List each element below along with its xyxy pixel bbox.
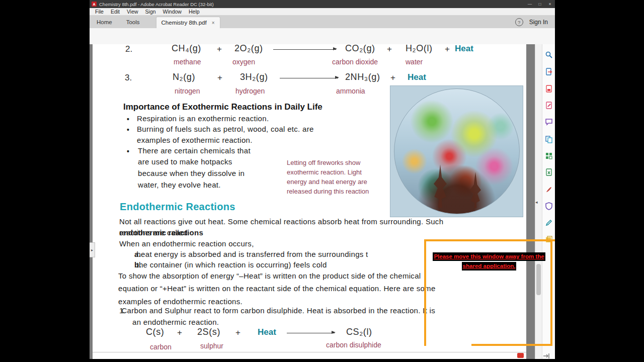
substance-label: methane [174,58,201,66]
plus-sign: + [217,44,222,54]
menu-window[interactable]: Window [159,8,185,15]
organize-pages-button[interactable] [544,151,553,160]
substance-label: ammonia [336,87,365,95]
document-viewport[interactable]: 2. CH₄(g) + 2O₂(g) CO₂(g) + H₂O(l) + Hea… [90,44,535,359]
firework-silhouette [434,164,447,208]
find-tool-button[interactable] [544,50,553,59]
measure-button[interactable] [544,218,553,227]
plus-sign: + [390,73,395,83]
bullet-text: are used to make hotpacks [138,157,232,166]
formula: C(s) [146,327,164,337]
share-warning-message: Please move this window away from the sh… [425,251,553,270]
heat-term: Heat [455,44,473,54]
fireworks-figure [390,85,523,217]
paragraph-line: To show the absorption of energy “–Heat”… [118,272,421,280]
acrobat-window: A Chemistry 8th.pdf - Adobe Acrobat Read… [90,0,555,359]
main-toolbar: ☆ ↑ ↓ 7 / 9 [90,28,555,45]
list-item-b: b. the container (in which reaction is o… [134,260,136,269]
comment-tool-button[interactable] [544,118,553,127]
adobe-reader-icon: A [92,2,97,7]
substance-label: carbon disulphide [326,341,381,349]
fill-sign-icon [545,186,553,194]
formula: 2O₂(g) [234,44,263,54]
collapse-panel-icon[interactable] [543,352,550,359]
protect-button[interactable] [544,202,553,211]
title-bar: A Chemistry 8th.pdf - Adobe Acrobat Read… [90,0,555,8]
sign-in-button[interactable]: Sign In [529,19,548,26]
convert-excel-icon [545,168,553,176]
paragraph-line: Not all reactions give out heat. Some ch… [119,217,443,226]
text-segment: the container (in which reaction is occu… [136,260,327,269]
tab-document[interactable]: Chemistry 8th.pdf × [156,17,220,28]
formula: CO₂(g) [345,44,375,54]
menu-file[interactable]: File [92,8,107,15]
measure-pen-icon [545,219,553,227]
formula: H₂O(l) [406,44,433,54]
edit-pdf-button[interactable] [544,101,553,110]
paragraph-line: When an endothermic reaction occurs, [119,239,254,248]
minimize-button[interactable]: — [525,0,535,8]
plus-sign: + [217,73,222,83]
formula: CS₂(l) [346,327,372,337]
formula: N₂(g) [173,72,195,82]
bullet-marker: • [127,126,129,134]
paragraph-line: equation or “+Heat” is written on the re… [118,284,436,293]
firework-silhouette [470,172,481,208]
export-pdf-button[interactable] [544,67,553,76]
fireworks-image [394,88,520,214]
combine-files-icon [545,135,553,143]
tab-tools[interactable]: Tools [119,16,147,28]
pdf-page: 2. CH₄(g) + 2O₂(g) CO₂(g) + H₂O(l) + Hea… [93,44,526,359]
plus-sign: + [235,328,240,338]
bold-text-segment: endothermic reactions [119,228,203,237]
plus-sign: + [177,328,182,338]
menu-help[interactable]: Help [185,8,203,15]
bullet-text: examples of exothermic reaction. [137,136,253,144]
tab-home[interactable]: Home [90,16,119,28]
menu-view[interactable]: View [123,8,142,15]
heat-term: Heat [258,327,276,337]
tab-document-label: Chemistry 8th.pdf [162,20,207,26]
create-pdf-button[interactable] [544,84,553,94]
protect-shield-icon [545,202,553,210]
left-panel-collapse-handle[interactable]: ▸ [90,242,95,257]
close-button[interactable]: × [545,0,555,8]
right-panel-collapse-handle[interactable]: ◂ [535,200,538,205]
comment-tool-icon [545,118,553,126]
figure-caption-line: Letting off fireworks show [287,159,360,166]
bullet-text: Respiration is an exothermic reaction. [137,114,269,123]
share-warning-line2: shared application. [462,262,517,270]
reaction-arrow [287,333,335,333]
substance-label: carbon dioxide [332,58,378,66]
menu-sign[interactable]: Sign [142,8,159,15]
help-icon[interactable]: ? [515,18,523,26]
find-tool-icon [545,51,553,59]
bullet-text: because when they dissolve in [138,169,245,177]
reaction-arrow [280,78,338,78]
substance-label: carbon [150,343,172,351]
maximize-button[interactable]: □ [535,0,545,8]
text-segment: Carbon and Sulphur react to form carbon … [121,306,435,315]
substance-label: nitrogen [175,87,200,95]
convert-excel-button[interactable] [544,168,553,177]
numbered-item: 1. Carbon and Sulphur react to form carb… [119,306,121,315]
tab-close-icon[interactable]: × [212,20,215,26]
plus-sign: + [445,44,450,54]
paragraph-line: examples of endothermic reactions. [118,297,243,306]
list-item-a: a. heat energy is absorbed and is transf… [134,250,136,258]
menu-edit[interactable]: Edit [107,8,123,15]
figure-caption-line: released during this reaction [287,188,369,195]
substance-label: water [406,58,423,66]
substance-label: hydrogen [235,87,265,95]
plus-sign: + [387,44,392,54]
create-pdf-icon [545,85,553,93]
fill-sign-button[interactable] [544,185,553,194]
text-segment: . [119,228,121,237]
tools-panel [542,44,555,359]
formula: 2S(s) [197,327,220,337]
combine-files-button[interactable] [544,135,553,144]
reaction-arrow [273,49,336,50]
text-segment: heat energy is absorbed and is transferr… [136,250,368,258]
export-pdf-icon [545,68,553,76]
desktop-background: A Chemistry 8th.pdf - Adobe Acrobat Read… [0,0,644,362]
